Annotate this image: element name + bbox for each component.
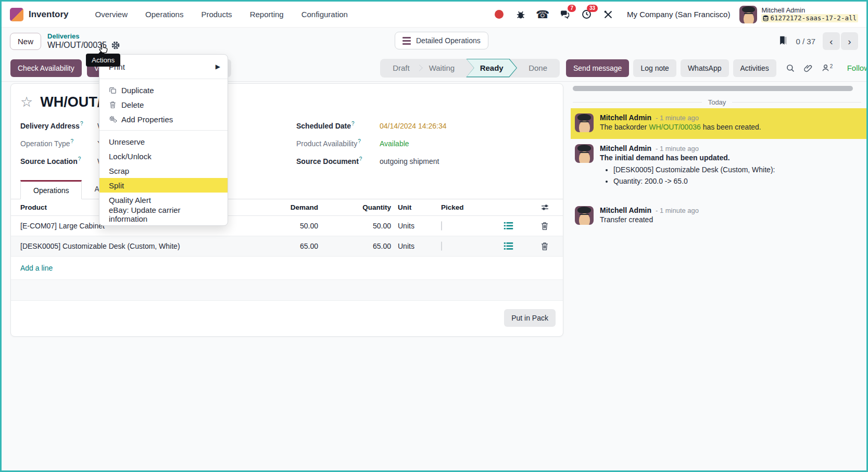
- app-title[interactable]: Inventory: [29, 9, 69, 20]
- messages-badge: 7: [568, 5, 576, 12]
- notebook-tabs: Operations Additional Info: [11, 180, 563, 199]
- add-a-line-link[interactable]: Add a line: [11, 257, 563, 280]
- database-pill: 61272172-saas-17-2-all: [761, 14, 858, 22]
- menu-item-duplicate[interactable]: Duplicate: [99, 83, 228, 97]
- row-demand[interactable]: 65.00: [240, 242, 318, 250]
- search-messages-icon[interactable]: [786, 63, 795, 73]
- delete-row-icon[interactable]: [532, 242, 558, 251]
- delivery-address-label: Delivery Address?: [20, 121, 97, 130]
- followers-count: 2: [830, 63, 833, 69]
- statusbar: Draft Waiting Ready Done: [380, 59, 560, 78]
- picked-checkbox[interactable]: [441, 221, 442, 231]
- status-ready-active[interactable]: Ready: [466, 59, 517, 78]
- col-quantity[interactable]: Quantity: [318, 203, 391, 211]
- nav-item-overview[interactable]: Overview: [95, 10, 128, 19]
- user-menu[interactable]: Mitchell Admin 61272172-saas-17-2-all: [739, 6, 858, 23]
- menu-item-delete[interactable]: Delete: [99, 97, 228, 112]
- voip-phone-icon[interactable]: ☎: [536, 8, 549, 21]
- status-done[interactable]: Done: [518, 63, 558, 72]
- pager-previous-button[interactable]: ‹: [823, 32, 840, 50]
- menu-item-ebay-update-carrier[interactable]: eBay: Update carrier information: [99, 207, 228, 222]
- messages-icon[interactable]: 7: [558, 8, 571, 21]
- operation-type-label: Operation Type?: [20, 138, 97, 148]
- chatter-panel: Today Mitchell Admin - 1 minute ago The …: [563, 82, 866, 472]
- scheduled-date-value[interactable]: 04/14/2024 14:26:34: [380, 122, 446, 130]
- source-document-value[interactable]: outgoing shipment: [380, 157, 439, 165]
- activities-clock-icon[interactable]: 33: [580, 8, 593, 21]
- message-avatar: [575, 144, 594, 163]
- delivery-form-card: ☆ WH/OUT/00035 Delivery Address? W Opera…: [10, 83, 563, 337]
- new-button[interactable]: New: [10, 33, 41, 50]
- col-picked[interactable]: Picked: [433, 203, 485, 211]
- table-row[interactable]: [DESK0005] Customizable Desk (Custom, Wh…: [11, 236, 563, 257]
- gears-icon: [109, 115, 121, 123]
- actions-gear-icon[interactable]: [111, 41, 120, 50]
- status-waiting[interactable]: Waiting: [419, 63, 465, 72]
- put-in-pack-button[interactable]: Put in Pack: [504, 309, 556, 327]
- attachments-icon[interactable]: [803, 63, 813, 73]
- nav-item-products[interactable]: Products: [201, 10, 232, 19]
- product-availability-value: Available: [380, 139, 409, 148]
- favorite-star-icon[interactable]: ☆: [20, 95, 33, 109]
- detailed-operations-button[interactable]: Detailed Operations: [395, 32, 488, 49]
- picked-checkbox[interactable]: [441, 241, 442, 251]
- hand-cursor-icon: [97, 42, 109, 55]
- follow-button[interactable]: Follow: [847, 63, 866, 72]
- delete-row-icon[interactable]: [532, 222, 558, 231]
- status-draft[interactable]: Draft: [382, 63, 420, 72]
- detailed-operations-row-icon[interactable]: [485, 242, 532, 250]
- row-unit: Units: [391, 242, 433, 250]
- menu-item-lock-unlock[interactable]: Lock/Unlock: [99, 149, 228, 163]
- duplicate-icon: [109, 86, 121, 94]
- app-window: Inventory Overview Operations Products R…: [0, 0, 868, 472]
- followers-button[interactable]: 2: [821, 63, 833, 72]
- backorder-link[interactable]: WH/OUT/00036: [649, 123, 701, 131]
- nav-item-reporting[interactable]: Reporting: [250, 10, 284, 19]
- message-demand-updated: Mitchell Admin - 1 minute ago The initia…: [571, 139, 866, 194]
- menu-item-quality-alert[interactable]: Quality Alert: [99, 193, 228, 207]
- whatsapp-button[interactable]: WhatsApp: [681, 59, 729, 77]
- actions-tooltip: Actions: [86, 54, 120, 67]
- tab-operations[interactable]: Operations: [20, 180, 82, 199]
- pager-next-button[interactable]: ›: [841, 32, 858, 50]
- top-navbar: Inventory Overview Operations Products R…: [2, 2, 866, 28]
- log-note-button[interactable]: Log note: [633, 59, 676, 77]
- bookmark-icon[interactable]: [778, 35, 788, 47]
- company-switcher[interactable]: My Company (San Francisco): [627, 10, 730, 19]
- menu-item-add-properties[interactable]: Add Properties: [99, 112, 228, 126]
- breadcrumb: Deliveries WH/OUT/00035: [47, 32, 120, 50]
- nav-item-operations[interactable]: Operations: [145, 10, 183, 19]
- activities-button[interactable]: Activities: [733, 59, 776, 77]
- detailed-operations-row-icon[interactable]: [485, 222, 532, 230]
- bug-icon[interactable]: [514, 8, 527, 21]
- row-quantity[interactable]: 50.00: [318, 222, 391, 230]
- col-demand[interactable]: Demand: [240, 203, 318, 211]
- message-author[interactable]: Mitchell Admin: [600, 206, 651, 214]
- nav-item-configuration[interactable]: Configuration: [301, 10, 348, 19]
- message-backorder-created: Mitchell Admin - 1 minute ago The backor…: [571, 108, 866, 139]
- row-demand[interactable]: 50.00: [240, 222, 318, 230]
- breadcrumb-deliveries-link[interactable]: Deliveries: [47, 32, 120, 41]
- activities-badge: 33: [587, 5, 598, 12]
- send-message-button[interactable]: Send message: [566, 59, 629, 77]
- message-avatar: [575, 206, 594, 225]
- control-panel: New Deliveries WH/OUT/00035 Detailed Ope…: [2, 28, 866, 55]
- chatter-toolbar: Send message Log note WhatsApp Activitie…: [563, 55, 866, 81]
- menu-item-unreserve[interactable]: Unreserve: [99, 134, 228, 149]
- row-quantity[interactable]: 65.00: [318, 242, 391, 250]
- message-avatar: [575, 113, 594, 132]
- check-availability-button[interactable]: Check Availability: [10, 59, 82, 77]
- tools-icon[interactable]: [602, 8, 614, 21]
- col-unit[interactable]: Unit: [391, 203, 433, 211]
- menu-item-scrap[interactable]: Scrap: [99, 163, 228, 178]
- systray: ☎ 7 33 My Company (San Fran: [493, 6, 858, 23]
- message-author[interactable]: Mitchell Admin: [600, 144, 651, 152]
- table-row[interactable]: [E-COM07] Large Cabinet 50.00 50.00 Unit…: [11, 216, 563, 236]
- optional-columns-icon[interactable]: [532, 203, 558, 212]
- menu-item-split[interactable]: Split: [99, 178, 228, 193]
- recording-indicator-icon[interactable]: [493, 8, 505, 21]
- row-product[interactable]: [DESK0005] Customizable Desk (Custom, Wh…: [20, 242, 240, 250]
- message-author[interactable]: Mitchell Admin: [600, 113, 651, 122]
- inventory-app-icon[interactable]: [10, 8, 23, 21]
- chatter-scrollbar[interactable]: [573, 86, 853, 91]
